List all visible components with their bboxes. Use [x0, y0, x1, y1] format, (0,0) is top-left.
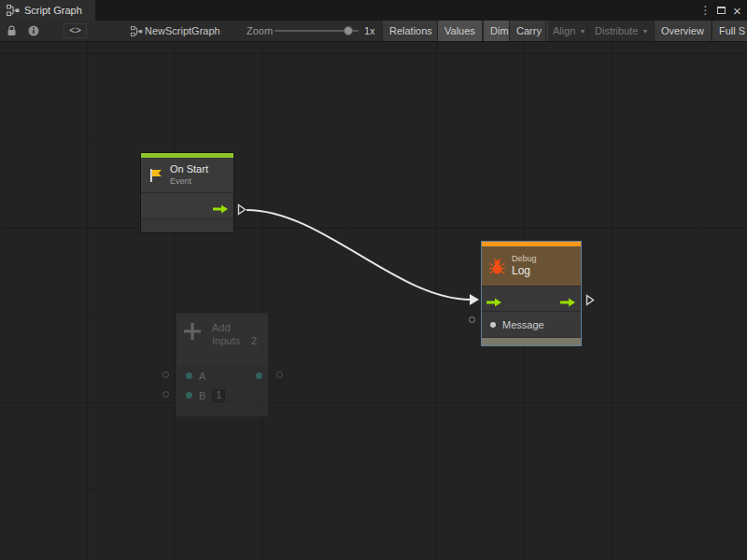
- script-graph-window: Script Graph ⋮ × <>: [0, 0, 747, 560]
- relations-button[interactable]: Relations: [382, 21, 439, 41]
- ghost-output-dot: [256, 372, 262, 379]
- zoom-slider[interactable]: [275, 21, 359, 41]
- align-dropdown[interactable]: Align▼: [545, 21, 592, 41]
- on-start-title: On Start: [170, 163, 208, 176]
- ghost-port-row-a: A: [176, 366, 268, 385]
- flow-arrow-icon: [213, 204, 229, 214]
- on-start-subtitle: Event: [170, 176, 208, 187]
- title-bar: Script Graph ⋮ ×: [0, 0, 747, 21]
- flow-arrow-icon: [486, 298, 502, 307]
- zoom-value: 1x: [364, 21, 375, 41]
- debug-log-category: Debug: [512, 254, 537, 264]
- lock-icon[interactable]: [4, 21, 19, 41]
- on-start-outer-port-icon[interactable]: [237, 203, 247, 216]
- ghost-header: Add Inputs 2: [176, 314, 268, 366]
- tab-script-graph[interactable]: Script Graph: [0, 0, 95, 21]
- menu-icon[interactable]: ⋮: [698, 0, 713, 21]
- on-start-output-port[interactable]: [213, 201, 229, 217]
- ghost-outer-circle-b: [162, 391, 169, 398]
- align-label: Align: [553, 25, 575, 36]
- window-controls: ⋮ ×: [698, 0, 745, 21]
- ghost-title-top: Add: [212, 321, 257, 334]
- ghost-outer-circle-out: [276, 371, 283, 378]
- port-b-label: B: [199, 390, 205, 401]
- maximize-box: [717, 7, 726, 14]
- node-add-inputs-ghost: Add Inputs 2 A B 1: [176, 313, 269, 417]
- flow-arrow-icon: [560, 298, 576, 307]
- port-a-label: A: [199, 371, 205, 382]
- debug-input-port[interactable]: [486, 294, 502, 311]
- node-on-start[interactable]: On Start Event: [140, 152, 234, 233]
- node-debug-log[interactable]: Debug Log Message: [481, 241, 582, 346]
- port-b-value-field: 1: [212, 389, 225, 402]
- plus-icon: [182, 321, 203, 342]
- ghost-title-bottom: Inputs: [212, 334, 240, 347]
- ghost-port-row-b: B 1: [176, 385, 268, 405]
- port-b-dot: [186, 392, 192, 399]
- distribute-label: Distribute: [595, 25, 638, 36]
- message-outer-port-icon[interactable]: [469, 316, 475, 323]
- lock-icon-glyph: [7, 25, 17, 36]
- bug-icon: [488, 258, 506, 275]
- ghost-outer-circle-a: [162, 371, 169, 378]
- zoom-label: Zoom: [247, 21, 273, 41]
- debug-log-title: Log: [512, 264, 537, 278]
- tab-title: Script Graph: [24, 5, 82, 16]
- info-icon-glyph: [28, 25, 39, 36]
- distribute-caret-icon: ▼: [641, 28, 648, 35]
- message-port-dot[interactable]: [490, 322, 496, 328]
- message-port-label: Message: [502, 319, 544, 330]
- debug-message-port-row: Message: [482, 311, 581, 337]
- on-start-port-row: [141, 192, 233, 218]
- close-icon[interactable]: ×: [729, 0, 745, 21]
- values-button[interactable]: Values: [437, 21, 482, 41]
- align-caret-icon: ▼: [579, 28, 585, 35]
- ghost-input-count: 2: [251, 334, 257, 347]
- overview-button[interactable]: Overview: [654, 21, 711, 41]
- zoom-slider-knob[interactable]: [344, 26, 353, 35]
- debug-log-header: Debug Log: [482, 246, 581, 286]
- debug-flow-port-row: [482, 286, 581, 311]
- distribute-dropdown[interactable]: Distribute▼: [587, 21, 655, 41]
- maximize-icon[interactable]: [713, 0, 729, 21]
- port-a-dot: [186, 372, 192, 379]
- debug-outer-port-icon[interactable]: [585, 294, 595, 306]
- fullscreen-button[interactable]: Full S: [712, 21, 747, 41]
- code-icon[interactable]: <>: [63, 23, 87, 38]
- connection-wire[interactable]: [0, 42, 747, 560]
- carry-button[interactable]: Carry: [509, 21, 548, 41]
- graph-icon: [7, 5, 20, 16]
- graph-toolbar: <> NewScriptGraph Zoom 1x Relations Valu…: [0, 21, 747, 42]
- on-start-header: On Start Event: [141, 158, 233, 192]
- graph-canvas[interactable]: On Start Event: [0, 42, 747, 560]
- flag-icon: [148, 167, 164, 184]
- debug-output-port[interactable]: [560, 294, 576, 311]
- on-start-footer: [141, 218, 233, 232]
- debug-log-footer: [482, 337, 581, 345]
- graph-file-icon: [129, 21, 144, 41]
- info-icon[interactable]: [26, 21, 41, 41]
- graph-name[interactable]: NewScriptGraph: [145, 21, 220, 41]
- graph-file-icon-glyph: [131, 26, 143, 36]
